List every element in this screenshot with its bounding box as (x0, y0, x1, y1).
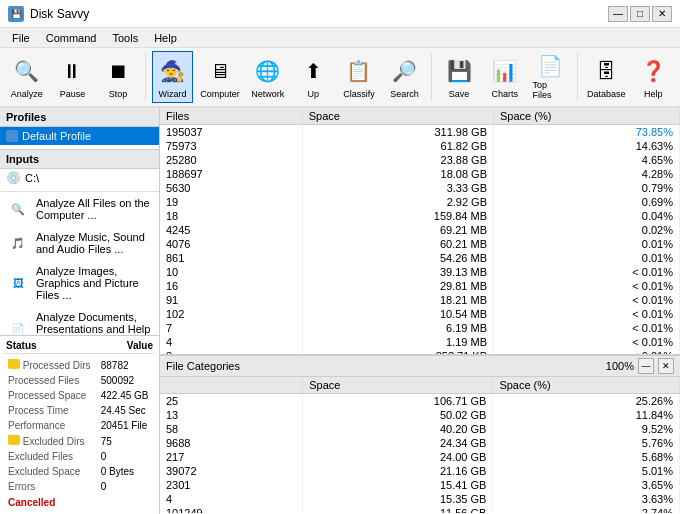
status-value-exdirs: 75 (99, 434, 153, 448)
save-button[interactable]: 💾 Save (438, 51, 480, 103)
pause-label: Pause (60, 89, 86, 99)
cell-pct: 0.69% (494, 195, 680, 209)
col-space: Space (302, 108, 493, 125)
top-files-icon: 📄 (534, 54, 566, 78)
classify-button[interactable]: 📋 Classify (338, 51, 380, 103)
status-header: Status Value (4, 340, 155, 354)
pause-button[interactable]: ⏸ Pause (52, 51, 94, 103)
analyze-label: Analyze (11, 89, 43, 99)
list-item[interactable]: 13 50.02 GB 11.84% (160, 408, 680, 422)
bottom-header-right: 100% — ✕ (606, 358, 674, 374)
status-row: Processed Dirs 88782 (6, 358, 153, 372)
database-label: Database (587, 89, 626, 99)
table-row[interactable]: 16 29.81 MB < 0.01% (160, 279, 680, 293)
analyze-button[interactable]: 🔍 Analyze (6, 51, 48, 103)
cell-space: 23.88 GB (302, 153, 493, 167)
titlebar-buttons[interactable]: — □ ✕ (608, 6, 672, 22)
list-item[interactable]: 25 106.71 GB 25.26% (160, 394, 680, 409)
computer-button[interactable]: 🖥 Computer (197, 51, 243, 103)
cell-pct: 4.65% (494, 153, 680, 167)
status-panel: Status Value Processed Dirs 88782 Proces… (0, 335, 159, 514)
dropdown-item-docs[interactable]: 📄 Analyze Documents, Presentations and H… (0, 306, 159, 335)
status-label-exdirs: Excluded Dirs (6, 434, 97, 448)
col-b-space: Space (303, 377, 493, 394)
cell-pct: < 0.01% (494, 335, 680, 349)
cell-b-pct: 3.63% (493, 492, 680, 506)
computer-icon: 🖥 (204, 55, 236, 87)
dropdown-item-all-files[interactable]: 🔍 Analyze All Files on the Computer ... (0, 192, 159, 226)
table-row[interactable]: 75973 61.82 GB 14.63% (160, 139, 680, 153)
toolbar: 🔍 Analyze ⏸ Pause ⏹ Stop 🧙 Wizard 🖥 Comp… (0, 48, 680, 108)
cell-space: 159.84 MB (302, 209, 493, 223)
top-files-button[interactable]: 📄 Top Files (529, 51, 571, 103)
list-item[interactable]: 58 40.20 GB 9.52% (160, 422, 680, 436)
table-row[interactable]: 102 10.54 MB < 0.01% (160, 307, 680, 321)
stop-button[interactable]: ⏹ Stop (97, 51, 139, 103)
table-row[interactable]: 25280 23.88 GB 4.65% (160, 153, 680, 167)
network-button[interactable]: 🌐 Network (247, 51, 289, 103)
table-row[interactable]: 195037 311.98 GB 73.85% (160, 125, 680, 140)
input-drive[interactable]: 💿 C:\ (0, 169, 159, 187)
status-row: Process Time 24.45 Sec (6, 404, 153, 417)
list-item[interactable]: 39072 21.16 GB 5.01% (160, 464, 680, 478)
menu-tools[interactable]: Tools (104, 30, 146, 46)
cell-files: 19 (160, 195, 302, 209)
left-panel: Profiles Default Profile Inputs 💿 C:\ 🔍 … (0, 108, 160, 514)
dropdown-item-images[interactable]: 🖼 Analyze Images, Graphics and Picture F… (0, 260, 159, 306)
table-row[interactable]: 10 39.13 MB < 0.01% (160, 265, 680, 279)
list-item[interactable]: 101249 11.56 GB 2.74% (160, 506, 680, 513)
table-row[interactable]: 7 6.19 MB < 0.01% (160, 321, 680, 335)
bottom-icon-btn-2[interactable]: ✕ (658, 358, 674, 374)
table-row[interactable]: 4076 60.21 MB 0.01% (160, 237, 680, 251)
list-item[interactable]: 9688 24.34 GB 5.76% (160, 436, 680, 450)
list-item[interactable]: 4 15.35 GB 3.63% (160, 492, 680, 506)
cell-space: 29.81 MB (302, 279, 493, 293)
music-label: Analyze Music, Sound and Audio Files ... (36, 231, 151, 255)
close-button[interactable]: ✕ (652, 6, 672, 22)
table-row[interactable]: 4245 69.21 MB 0.02% (160, 223, 680, 237)
images-icon: 🖼 (8, 275, 28, 291)
cell-files: 4 (160, 335, 302, 349)
menu-command[interactable]: Command (38, 30, 105, 46)
table-row[interactable]: 188697 18.08 GB 4.28% (160, 167, 680, 181)
minimize-button[interactable]: — (608, 6, 628, 22)
dropdown-item-music[interactable]: 🎵 Analyze Music, Sound and Audio Files .… (0, 226, 159, 260)
table-header-row: Files Space Space (%) (160, 108, 680, 125)
menu-file[interactable]: File (4, 30, 38, 46)
status-row: Performance 20451 File (6, 419, 153, 432)
status-value-perf: 20451 File (99, 419, 153, 432)
cell-b-files: 25 (160, 394, 303, 409)
bottom-table-scroll[interactable]: Space Space (%) 25 106.71 GB 25.26% 13 5… (160, 377, 680, 513)
profile-default[interactable]: Default Profile (0, 127, 159, 145)
app-icon: 💾 (8, 6, 24, 22)
bottom-header: File Categories 100% — ✕ (160, 356, 680, 377)
table-row[interactable]: 18 159.84 MB 0.04% (160, 209, 680, 223)
profile-icon (6, 130, 18, 142)
list-item[interactable]: 2301 15.41 GB 3.65% (160, 478, 680, 492)
bottom-header-row: Space Space (%) (160, 377, 680, 394)
table-row[interactable]: 4 1.19 MB < 0.01% (160, 335, 680, 349)
help-button[interactable]: ❓ Help (632, 51, 674, 103)
table-row[interactable]: 19 2.92 GB 0.69% (160, 195, 680, 209)
maximize-button[interactable]: □ (630, 6, 650, 22)
main-area: Profiles Default Profile Inputs 💿 C:\ 🔍 … (0, 108, 680, 514)
table-row[interactable]: 5630 3.33 GB 0.79% (160, 181, 680, 195)
cell-space: 39.13 MB (302, 265, 493, 279)
charts-button[interactable]: 📊 Charts (484, 51, 526, 103)
analyze-icon: 🔍 (11, 55, 43, 87)
search-button[interactable]: 🔎 Search (384, 51, 426, 103)
database-button[interactable]: 🗄 Database (584, 51, 629, 103)
wizard-button[interactable]: 🧙 Wizard (152, 51, 194, 103)
menubar: File Command Tools Help (0, 28, 680, 48)
cell-b-files: 9688 (160, 436, 303, 450)
cell-files: 102 (160, 307, 302, 321)
top-table-scroll[interactable]: Files Space Space (%) 195037 311.98 GB 7… (160, 108, 680, 354)
cell-space: 60.21 MB (302, 237, 493, 251)
bottom-icon-btn-1[interactable]: — (638, 358, 654, 374)
list-item[interactable]: 217 24.00 GB 5.68% (160, 450, 680, 464)
menu-help[interactable]: Help (146, 30, 185, 46)
table-row[interactable]: 861 54.26 MB 0.01% (160, 251, 680, 265)
table-row[interactable]: 91 18.21 MB < 0.01% (160, 293, 680, 307)
up-button[interactable]: ⬆ Up (293, 51, 335, 103)
cancelled-label: Cancelled (4, 495, 155, 510)
